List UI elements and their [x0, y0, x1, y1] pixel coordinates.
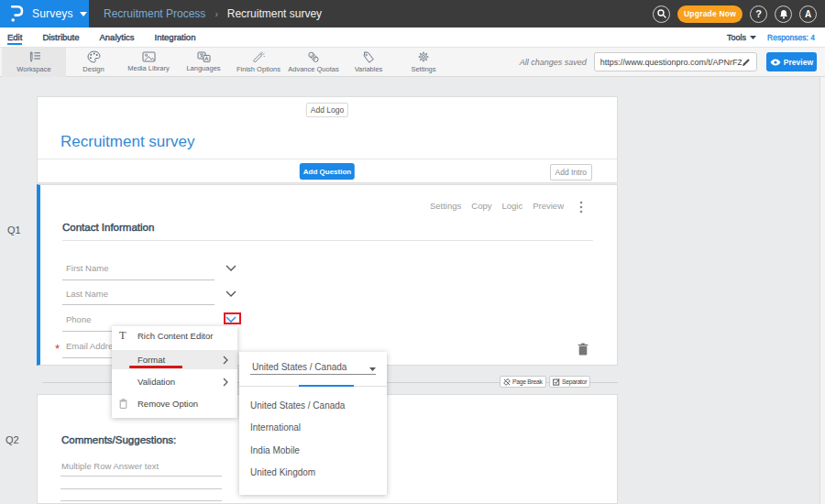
q1-copy-link[interactable]: Copy	[471, 201, 491, 211]
tab-integration[interactable]: Integration	[155, 27, 196, 48]
annotation-underline	[129, 366, 182, 368]
toolbar-item-design[interactable]: Design	[66, 48, 121, 77]
format-option-united-kingdom[interactable]: United Kingdom	[250, 467, 315, 477]
responses-link[interactable]: Responses: 4	[767, 33, 815, 42]
breadcrumb-parent[interactable]: Recruitment Process	[104, 7, 205, 20]
languages-icon	[197, 51, 211, 62]
annotation-highlight-box	[224, 312, 241, 324]
survey-title[interactable]: Recruitment survey	[60, 133, 194, 151]
design-icon	[87, 50, 101, 63]
toolbar-item-finish-options[interactable]: Finish Options	[231, 48, 286, 77]
q1-question-text[interactable]: Contact Information	[62, 222, 154, 233]
save-status: All changes saved	[520, 58, 587, 67]
survey-toolbar: Workspace Design Media Library Languages…	[0, 48, 825, 77]
edit-url-pencil-icon[interactable]	[742, 58, 751, 67]
required-asterisk: *	[55, 345, 60, 353]
notifications-button[interactable]	[775, 5, 792, 23]
tab-analytics[interactable]: Analytics	[100, 27, 135, 48]
last-name-chevron-icon[interactable]	[226, 290, 236, 297]
survey-header-card: Add Logo Recruitment survey Add Question…	[37, 96, 618, 183]
survey-url-box[interactable]: https://www.questionpro.com/t/APNrFZ	[594, 52, 757, 71]
product-name: Surveys	[32, 7, 73, 20]
eye-icon	[770, 59, 781, 66]
separator-button[interactable]: Separator	[549, 376, 590, 388]
format-option-us-canada[interactable]: United States / Canada	[250, 400, 345, 411]
brand-block[interactable]: Surveys	[0, 0, 89, 27]
menu-item-remove-option[interactable]: Remove Option	[112, 394, 237, 413]
tools-menu[interactable]: Tools	[727, 33, 756, 42]
toolbar-item-variables[interactable]: Variables	[341, 48, 396, 77]
q1-delete-icon[interactable]	[578, 343, 588, 356]
first-name-chevron-icon[interactable]	[226, 265, 236, 271]
separator-label: Separator	[562, 378, 587, 385]
q2-question-text[interactable]: Comments/Suggestions:	[61, 434, 176, 445]
upgrade-now-button[interactable]: Upgrade Now	[677, 5, 742, 23]
submenu-chevron-icon	[223, 356, 228, 365]
add-logo-button[interactable]: Add Logo	[306, 103, 348, 117]
menu-item-label: Validation	[138, 377, 175, 387]
tools-label: Tools	[727, 33, 746, 42]
account-button[interactable]: A	[799, 5, 817, 23]
q2-answer-placeholder: Multiple Row Answer text	[61, 461, 159, 471]
field-underline	[62, 279, 214, 280]
menu-item-label: Remove Option	[138, 399, 198, 409]
workspace-icon	[28, 51, 41, 63]
media-library-icon	[142, 51, 156, 62]
q1-logic-link[interactable]: Logic	[501, 201, 522, 211]
search-button[interactable]	[653, 5, 670, 23]
advance-quotas-icon	[307, 51, 320, 63]
toolbar-item-label: Finish Options	[236, 65, 280, 73]
topbar-actions: Upgrade Now ? A	[653, 5, 825, 23]
toolbar-item-label: Variables	[355, 65, 383, 73]
toolbar-item-label: Workspace	[16, 65, 50, 73]
preview-button[interactable]: Preview	[766, 52, 817, 71]
tab-distribute[interactable]: Distribute	[42, 27, 79, 48]
add-intro-button[interactable]: Add Intro	[550, 164, 593, 181]
q1-settings-link[interactable]: Settings	[430, 201, 461, 211]
breadcrumb: Recruitment Process › Recruitment survey	[104, 7, 322, 20]
toolbar-item-languages[interactable]: Languages	[176, 48, 231, 77]
questionpro-logo-icon	[10, 5, 24, 23]
toolbar-item-media-library[interactable]: Media Library	[121, 48, 176, 77]
top-bar: Surveys Recruitment Process › Recruitmen…	[0, 0, 825, 27]
toolbar-item-label: Advance Quotas	[288, 65, 338, 73]
field-phone[interactable]: Phone	[66, 315, 226, 324]
field-last-name[interactable]: Last Name	[66, 290, 226, 299]
field-placeholder: Phone	[66, 315, 226, 324]
active-indicator	[299, 385, 354, 387]
tools-caret-icon	[750, 36, 756, 39]
menu-item-rich-content-editor[interactable]: T Rich Content Editor	[112, 326, 237, 345]
menu-item-validation[interactable]: Validation	[112, 372, 237, 391]
toolbar-right-group: All changes saved https://www.questionpr…	[520, 52, 825, 71]
tab-edit[interactable]: Edit	[7, 27, 22, 48]
field-first-name[interactable]: First Name	[66, 264, 226, 273]
add-question-row: Add Question Add Intro	[38, 159, 617, 182]
select-underline	[250, 374, 376, 375]
toolbar-item-workspace[interactable]: Workspace	[2, 48, 66, 77]
breadcrumb-separator-icon: ›	[214, 9, 217, 19]
main-tab-bar: Edit Distribute Analytics Integration To…	[0, 27, 825, 48]
toolbar-item-label: Settings	[411, 65, 435, 73]
answer-line	[60, 488, 222, 489]
help-button[interactable]: ?	[750, 5, 767, 23]
toolbar-item-label: Design	[82, 65, 104, 73]
field-underline	[62, 304, 214, 305]
toolbar-item-settings[interactable]: Settings	[396, 48, 451, 77]
scrollbar-track[interactable]	[820, 77, 825, 504]
search-icon	[657, 9, 666, 18]
divider	[62, 240, 593, 241]
survey-url[interactable]: https://www.questionpro.com/t/APNrFZ	[600, 58, 742, 67]
trash-icon	[119, 399, 127, 409]
submenu-chevron-icon	[223, 378, 228, 387]
format-option-india-mobile[interactable]: India Mobile	[250, 445, 300, 455]
page-break-button[interactable]: Page Break	[500, 376, 546, 388]
select-caret-icon[interactable]	[369, 367, 376, 371]
format-option-international[interactable]: International	[250, 422, 301, 433]
add-question-button[interactable]: Add Question	[300, 163, 355, 180]
q1-preview-link[interactable]: Preview	[533, 201, 564, 211]
toolbar-item-advance-quotas[interactable]: Advance Quotas	[286, 48, 341, 77]
question-1-label: Q1	[7, 225, 21, 236]
q1-more-options-icon[interactable]	[579, 201, 583, 214]
format-select-value[interactable]: United States / Canada	[252, 362, 346, 372]
finish-options-icon	[252, 51, 265, 63]
